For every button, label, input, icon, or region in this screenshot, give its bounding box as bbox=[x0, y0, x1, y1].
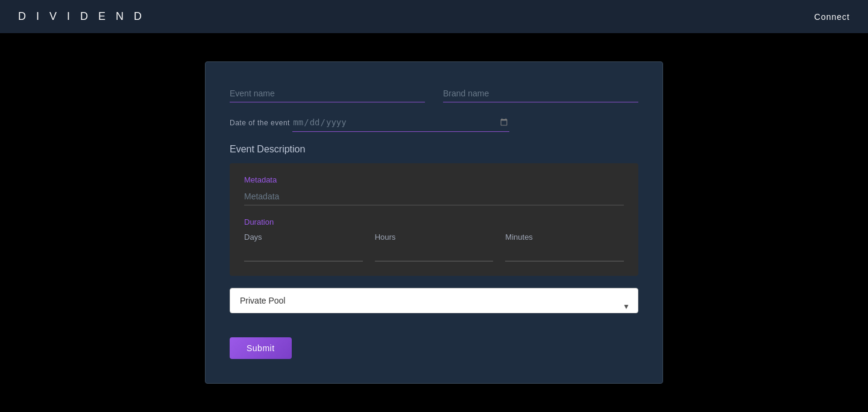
minutes-input[interactable] bbox=[505, 245, 624, 261]
duration-section-label: Duration bbox=[244, 217, 624, 226]
brand-name-input[interactable] bbox=[443, 86, 638, 102]
date-group: Date of the event bbox=[230, 114, 638, 132]
hours-input[interactable] bbox=[375, 245, 494, 261]
connect-button[interactable]: Connect bbox=[814, 12, 850, 22]
date-input[interactable] bbox=[292, 114, 509, 132]
brand-name-group bbox=[443, 86, 638, 102]
event-name-input[interactable] bbox=[230, 86, 425, 102]
duration-row: Days Hours Minutes bbox=[244, 233, 624, 261]
form-card: Date of the event Event Description Meta… bbox=[205, 61, 663, 384]
name-row bbox=[230, 86, 638, 102]
hours-label: Hours bbox=[375, 233, 494, 242]
minutes-label: Minutes bbox=[505, 233, 624, 242]
date-label: Date of the event bbox=[230, 119, 290, 127]
submit-button[interactable]: Submit bbox=[230, 337, 292, 359]
event-name-group bbox=[230, 86, 425, 102]
page-background: Date of the event Event Description Meta… bbox=[0, 33, 868, 412]
days-input[interactable] bbox=[244, 245, 363, 261]
days-group: Days bbox=[244, 233, 363, 261]
navbar: D I V I D E N D Connect bbox=[0, 0, 868, 33]
days-label: Days bbox=[244, 233, 363, 242]
metadata-input[interactable] bbox=[244, 189, 624, 205]
event-description-label: Event Description bbox=[230, 144, 638, 155]
description-box: Metadata Duration Days Hours Minutes bbox=[230, 163, 638, 276]
minutes-group: Minutes bbox=[505, 233, 624, 261]
hours-group: Hours bbox=[375, 233, 494, 261]
pool-select-wrapper: Private Pool Public Pool bbox=[230, 288, 638, 325]
metadata-section-label: Metadata bbox=[244, 175, 624, 184]
brand-logo: D I V I D E N D bbox=[18, 10, 145, 23]
pool-select[interactable]: Private Pool Public Pool bbox=[230, 288, 638, 313]
